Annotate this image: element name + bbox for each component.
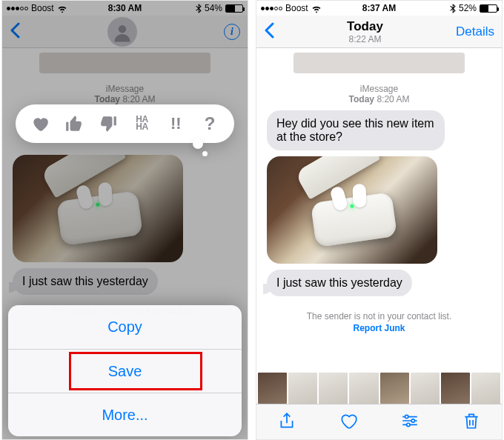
tapback-thumbs-up[interactable] <box>63 113 85 135</box>
timestamp: iMessage Today 8:20 AM <box>267 84 491 104</box>
back-button[interactable] <box>264 21 274 42</box>
status-time: 8:37 AM <box>339 3 418 13</box>
highlight-box <box>69 352 202 390</box>
photo-thumbnail-strip[interactable] <box>256 373 502 404</box>
signal-icon <box>261 7 282 10</box>
svg-point-1 <box>405 415 408 418</box>
thumbnail[interactable] <box>471 373 500 404</box>
adjust-button[interactable] <box>400 411 420 433</box>
status-bar: Boost 8:37 AM 52% <box>256 1 502 16</box>
tapback-bar: HA HA !! ? <box>16 104 234 143</box>
svg-point-3 <box>407 423 410 426</box>
unknown-sender-notice: The sender is not in your contact list. … <box>256 307 502 338</box>
thumbnail[interactable] <box>380 373 409 404</box>
tapback-haha[interactable]: HA HA <box>130 113 153 135</box>
thumbnail[interactable] <box>411 373 440 404</box>
svg-point-2 <box>411 419 414 421</box>
tapback-question[interactable]: ? <box>199 113 221 135</box>
action-more[interactable]: More... <box>8 393 242 436</box>
tapback-exclaim[interactable]: !! <box>165 113 187 135</box>
battery-icon <box>480 4 497 13</box>
nav-title: Today 8:22 AM <box>347 19 383 44</box>
wifi-icon <box>311 4 322 13</box>
thumbnail[interactable] <box>258 373 287 404</box>
favorite-button[interactable] <box>339 411 358 433</box>
image-attachment-airpods[interactable] <box>267 156 437 264</box>
action-copy[interactable]: Copy <box>8 305 242 349</box>
thumbnail[interactable] <box>288 373 317 404</box>
thumbnail[interactable] <box>349 373 378 404</box>
share-button[interactable] <box>277 411 296 433</box>
toolbar <box>256 404 502 439</box>
conversation: iMessage Today 8:20 AM Hey did you see t… <box>256 73 502 307</box>
nav-bar: Today 8:22 AM Details <box>256 16 502 48</box>
redacted-bar <box>294 53 465 73</box>
report-junk-link[interactable]: Report Junk <box>274 323 484 333</box>
battery-percent: 52% <box>459 3 477 13</box>
screenshot-left: Boost 8:30 AM 54% i <box>1 0 248 440</box>
details-button[interactable]: Details <box>456 24 494 39</box>
trash-button[interactable] <box>462 411 481 433</box>
screenshot-right: Boost 8:37 AM 52% Today 8:22 AM D <box>256 0 503 440</box>
message-received-1[interactable]: Hey did you see this new item at the sto… <box>267 110 445 150</box>
bluetooth-icon <box>450 4 456 13</box>
tapback-heart[interactable] <box>29 113 51 135</box>
thumbnail[interactable] <box>319 373 348 404</box>
tapback-thumbs-down[interactable] <box>97 113 119 135</box>
message-received-2[interactable]: I just saw this yesterday <box>267 270 412 296</box>
thumbnail[interactable] <box>441 373 470 404</box>
carrier: Boost <box>285 3 308 13</box>
